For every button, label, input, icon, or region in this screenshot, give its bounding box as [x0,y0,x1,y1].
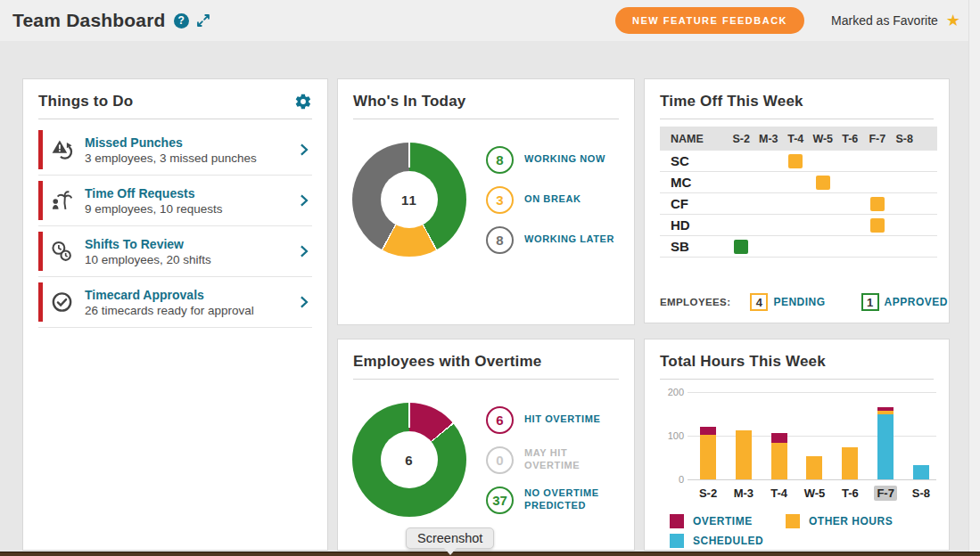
chevron-right-icon[interactable] [295,294,312,311]
timeoff-cell [755,193,783,214]
timeoff-cell [836,151,864,171]
timeoff-cell [755,215,783,235]
todo-item-title: Time Off Requests [85,186,285,200]
timeoff-column-header: T-4 [782,133,810,145]
team-dashboard-page: Team Dashboard ? NEW FEATURE FEEDBACK Ma… [0,0,980,556]
legend-overtime: OVERTIME [670,514,786,528]
legend-text: OVERTIME [693,515,753,527]
scrollbar-track[interactable] [968,0,980,552]
whos-in-content: 11 8 WORKING NOW 3 ON BREAK 8 WORKING LA… [352,143,620,257]
bar-stack[interactable] [913,465,929,479]
expand-icon[interactable] [195,12,211,29]
pending-count-badge: 4 [750,293,768,311]
timeoff-cell [891,193,918,214]
timeoff-mark-pending[interactable] [870,218,885,233]
timeoff-employee-initials: SB [660,239,728,254]
y-axis-tick: 200 [668,387,684,397]
bar-segment-overtime [771,433,787,443]
todo-item-title: Shifts To Review [85,237,285,251]
approved-count-badge: 1 [861,293,879,311]
x-axis-label-T-4: T-4 [766,487,793,500]
settings-gear-icon[interactable] [294,93,312,110]
x-axis-label-text: W-5 [802,486,828,501]
legend-working-later: 8 WORKING LATER [486,226,614,254]
timeoff-table: NAMES-2M-3T-4W-5T-6F-7S-8 SCMCCFHDSB [660,127,937,258]
bar-column-F-7 [872,392,899,479]
things-to-do-card: Things to Do Missed Punches [22,78,328,551]
timeoff-employee-initials: MC [660,175,728,190]
bar-column-T-4 [766,392,793,479]
legend-color-swatch [670,534,684,548]
todo-item-subtitle: 26 timecards ready for approval [85,304,285,317]
legend-text: OTHER HOURS [809,515,893,527]
timeoff-cell [836,193,864,214]
todo-item-subtitle: 10 employees, 20 shifts [85,253,285,266]
vacation-palm-icon [50,189,74,213]
missed-punch-alert-icon [50,138,74,162]
chevron-right-icon[interactable] [295,243,312,260]
bar-stack[interactable] [700,427,716,479]
legend-no-overtime-predicted: 37 NO OVERTIME PREDICTED [486,487,620,514]
x-axis-label-text: M-3 [731,486,756,501]
bar-stack[interactable] [877,407,894,479]
timeoff-cell [782,236,810,257]
favorite-star-icon[interactable]: ★ [946,12,960,29]
total-hours-header: Total Hours This Week [660,353,934,380]
bar-plot-area: 0100200 [693,392,936,479]
time-off-this-week-card: Time Off This Week NAMES-2M-3T-4W-5T-6F-… [644,78,950,323]
timeoff-mark-pending[interactable] [870,197,885,211]
working-later-label: WORKING LATER [524,233,614,246]
todo-item-missed-punches[interactable]: Missed Punches 3 employees, 3 missed pun… [38,125,312,176]
working-later-count: 8 [486,226,514,254]
todo-item-shifts-to-review[interactable]: Shifts To Review 10 employees, 20 shifts [38,226,312,277]
timeoff-cell [755,151,783,171]
bar-stack[interactable] [736,430,752,479]
working-now-label: WORKING NOW [524,153,605,166]
legend-working-now: 8 WORKING NOW [486,146,614,174]
gridline-0 [688,479,936,480]
timeoff-mark-approved[interactable] [734,240,748,254]
timeoff-employee-initials: SC [660,153,728,168]
timeoff-cell [728,151,755,171]
total-hours-title: Total Hours This Week [660,353,826,371]
todo-item-subtitle: 3 employees, 3 missed punches [85,151,285,165]
x-axis-label-text: F-7 [874,486,897,501]
bar-columns [693,392,936,479]
timeoff-cell [891,151,918,171]
timeoff-table-body: SCMCCFHDSB [660,151,937,258]
bar-segment-other-hours [806,456,822,479]
help-icon[interactable]: ? [174,13,189,29]
timeoff-cell [810,193,837,214]
timeoff-header: Time Off This Week [660,93,934,119]
bar-column-W-5 [801,392,828,479]
timeoff-cell [891,236,918,257]
overtime-content: 6 6 HIT OVERTIME 0 MAY HIT OVERTIME 37 N… [352,403,620,517]
page-title: Team Dashboard [12,10,166,31]
bar-segment-scheduled [877,414,894,479]
favorite-label: Marked as Favorite [831,13,938,28]
timeoff-cell [782,215,810,235]
todo-item-timecard-approvals[interactable]: Timecard Approvals 26 timecards ready fo… [38,277,312,328]
timeoff-cell [728,172,755,192]
chevron-right-icon[interactable] [295,192,312,209]
timeoff-row: MC [660,172,937,193]
todo-item-time-off-requests[interactable]: Time Off Requests 9 employees, 10 reques… [38,176,312,226]
total-hours-legend: OVERTIMEOTHER HOURSSCHEDULED [670,514,949,548]
timeoff-mark-pending[interactable] [788,154,803,168]
timeoff-cell [836,172,864,192]
bar-stack[interactable] [771,433,787,479]
employees-legend-label: EMPLOYEES: [660,297,730,307]
timeoff-cell [810,236,837,257]
employees-with-overtime-card: Employees with Overtime 6 6 HIT OVERTIME… [337,339,635,551]
chevron-right-icon[interactable] [295,142,312,159]
legend-color-swatch [786,514,800,528]
timeoff-mark-pending[interactable] [816,176,830,190]
new-feature-feedback-button[interactable]: NEW FEATURE FEEDBACK [615,7,804,34]
hit-overtime-count: 6 [486,406,514,434]
legend-may-hit-overtime: 0 MAY HIT OVERTIME [486,446,620,474]
bar-stack[interactable] [842,447,858,479]
timeoff-employee-initials: HD [660,217,728,233]
things-to-do-list: Missed Punches 3 employees, 3 missed pun… [38,125,312,328]
timeoff-cell [810,172,837,192]
bar-stack[interactable] [806,456,822,479]
